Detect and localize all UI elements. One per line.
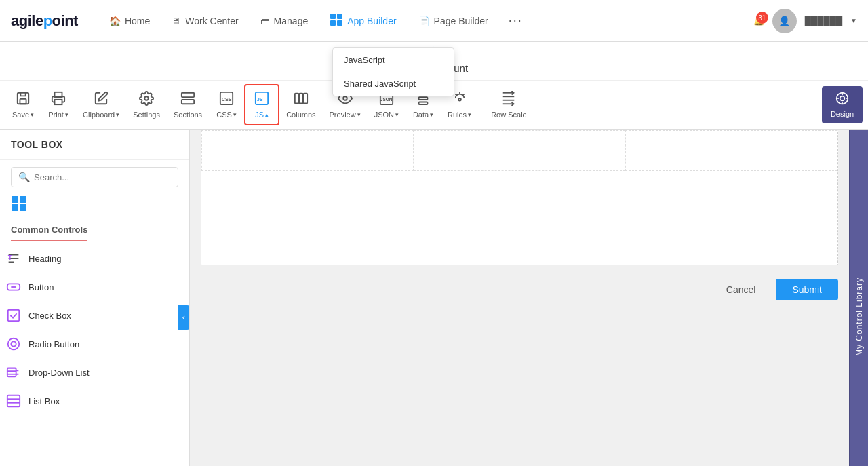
toolbar-sections[interactable]: Sections: [167, 85, 209, 124]
tool-item-checkbox[interactable]: Check Box: [0, 301, 189, 330]
svg-point-35: [8, 338, 20, 350]
toolbar-print[interactable]: Print ▾: [41, 85, 76, 124]
toolbar-preview-label: Preview ▾: [330, 111, 361, 119]
nav-item-appbuilder[interactable]: App Builder: [320, 7, 406, 34]
bell-wrap[interactable]: 🔔 31: [753, 16, 764, 26]
toolbar-css[interactable]: CSS CSS ▾: [209, 85, 244, 124]
svg-point-25: [458, 98, 461, 101]
workcenter-icon: 🖥: [172, 16, 181, 26]
toolbar-settings-label: Settings: [133, 111, 160, 119]
right-panel-label: My Control Library: [854, 277, 864, 356]
collapse-chevron-icon: ‹: [182, 312, 185, 322]
search-input[interactable]: [34, 172, 171, 182]
tool-label-radio: Radio Button: [28, 339, 79, 349]
main-layout: TOOL BOX 🔍 Common Controls T: [0, 130, 868, 466]
toolbar-js[interactable]: JS JS ▴: [244, 84, 279, 125]
toolbar-clipboard[interactable]: Clipboard ▾: [76, 85, 126, 124]
svg-rect-29: [20, 196, 26, 203]
design-label: Design: [831, 110, 854, 118]
canvas-cell-3: [625, 130, 837, 171]
svg-rect-37: [7, 368, 16, 377]
toolbar-sections-label: Sections: [174, 111, 202, 119]
svg-point-27: [840, 96, 845, 101]
svg-rect-17: [303, 94, 307, 104]
nav-more-button[interactable]: ···: [500, 8, 531, 33]
toolbar-settings[interactable]: Settings: [126, 85, 167, 124]
tool-item-heading[interactable]: T Heading: [0, 244, 189, 273]
canvas-area: Cancel Submit: [190, 130, 849, 466]
svg-text:JSON: JSON: [380, 97, 393, 102]
nav-item-home[interactable]: 🏠 Home: [100, 10, 159, 32]
nav-item-pagebuilder[interactable]: 📄 Page Builder: [409, 10, 498, 32]
svg-rect-34: [8, 310, 20, 322]
user-name[interactable]: ██████: [805, 16, 842, 26]
search-wrap: 🔍: [11, 167, 178, 187]
clipboard-icon: [94, 91, 108, 109]
nav-right: 🔔 31 👤 ██████ ▼: [753, 9, 857, 33]
bell-badge: 31: [756, 12, 768, 24]
dropdown-icon: [5, 364, 22, 381]
tool-label-checkbox: Check Box: [28, 311, 71, 321]
sidebar-collapse-button[interactable]: ‹: [178, 305, 190, 330]
settings-icon: [139, 91, 154, 109]
canvas-footer: Cancel Submit: [190, 271, 849, 309]
user-chevron-icon[interactable]: ▼: [850, 17, 857, 24]
tool-item-listbox[interactable]: List Box: [0, 387, 189, 415]
css-icon: CSS: [219, 91, 234, 109]
canvas-cell-1: [201, 130, 414, 171]
svg-text:T: T: [8, 254, 13, 262]
submit-button[interactable]: Submit: [776, 279, 838, 300]
toolbar-save[interactable]: Save ▾: [5, 85, 41, 124]
tool-item-dropdown[interactable]: Drop-Down List: [0, 358, 189, 387]
sections-icon: [180, 91, 195, 109]
toolbox-section-common: Common Controls: [0, 216, 189, 244]
svg-point-36: [11, 341, 16, 346]
js-dropdown-shared[interactable]: Shared JavaScript: [333, 72, 454, 96]
nav-items: 🏠 Home 🖥 Work Center 🗃 Manage App Builde…: [100, 7, 753, 34]
columns-icon: [294, 91, 309, 109]
svg-rect-5: [20, 99, 26, 104]
appbuilder-icon: [330, 13, 343, 28]
design-icon: [835, 92, 849, 109]
svg-point-8: [144, 96, 149, 100]
tool-item-button[interactable]: Button: [0, 273, 189, 301]
canvas-row: [201, 130, 837, 171]
radio-icon: [5, 336, 22, 352]
toolbar-columns-label: Columns: [286, 111, 315, 119]
toolbar-rowscale[interactable]: Row Scale: [484, 85, 534, 124]
cancel-button[interactable]: Cancel: [713, 279, 770, 300]
tool-label-dropdown: Drop-Down List: [28, 368, 90, 378]
svg-rect-1: [337, 14, 342, 19]
toolbar-json-label: JSON ▾: [374, 111, 399, 119]
search-icon: 🔍: [18, 172, 30, 182]
toolbar-print-label: Print ▾: [48, 111, 68, 119]
save-icon: [16, 91, 31, 109]
js-dropdown-javascript[interactable]: JavaScript: [333, 48, 454, 72]
svg-rect-23: [419, 102, 428, 105]
toolbar-clipboard-label: Clipboard ▾: [83, 111, 119, 119]
toolbar-css-label: CSS ▾: [216, 111, 237, 119]
toolbar-rowscale-label: Row Scale: [491, 111, 527, 119]
nav-home-label: Home: [125, 16, 150, 26]
svg-point-18: [343, 96, 347, 100]
canvas-cell-2: [414, 130, 626, 171]
nav-item-workcenter[interactable]: 🖥 Work Center: [162, 10, 248, 32]
svg-rect-15: [295, 94, 299, 104]
nav-pagebuilder-label: Page Builder: [434, 16, 488, 26]
nav-workcenter-label: Work Center: [185, 16, 238, 26]
nav-item-manage[interactable]: 🗃 Manage: [251, 10, 318, 32]
svg-rect-7: [55, 100, 62, 104]
toolbox-title: TOOL BOX: [11, 139, 63, 150]
svg-rect-41: [7, 395, 20, 407]
toolbar-save-label: Save ▾: [12, 111, 34, 119]
tool-label-button: Button: [28, 282, 54, 292]
toolbar-columns[interactable]: Columns: [279, 85, 322, 124]
right-panel[interactable]: My Control Library: [849, 130, 868, 466]
toolbar-js-label: JS ▴: [255, 111, 269, 119]
js-dropdown: JavaScript Shared JavaScript: [332, 47, 454, 96]
user-avatar[interactable]: 👤: [772, 9, 797, 33]
section-title-common: Common Controls: [11, 222, 87, 241]
checkbox-icon: [5, 307, 22, 324]
tool-item-radio[interactable]: Radio Button: [0, 330, 189, 358]
toolbar-design[interactable]: Design: [822, 86, 863, 123]
